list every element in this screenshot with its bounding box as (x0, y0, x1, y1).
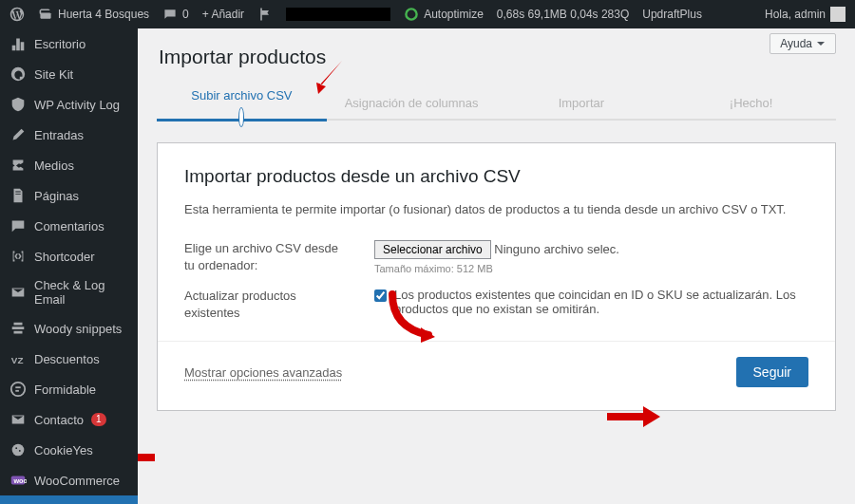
admin-bar: Huerta 4 Bosques 0 + Añadir Autoptimize … (0, 0, 855, 28)
update-description: Los productos existentes que coincidan e… (394, 288, 808, 316)
show-advanced-link[interactable]: Mostrar opciones avanzadas (184, 365, 342, 380)
site-name[interactable]: Huerta 4 Bosques (38, 7, 149, 22)
comments-count[interactable]: 0 (162, 7, 189, 22)
redacted (286, 8, 390, 21)
notification-badge: 1 (91, 413, 106, 426)
file-label: Elige un archivo CSV desde tu ordenador: (184, 240, 346, 274)
sidebar-item-contacto[interactable]: Contacto1 (0, 404, 138, 435)
svg-rect-4 (15, 390, 19, 392)
import-stepper: Subir archivo CSV Asignación de columnas… (157, 87, 836, 125)
chevron-down-icon (816, 39, 826, 48)
svg-text:woo: woo (13, 476, 28, 485)
admin-sidebar: Escritorio Site Kit WP Activity Log Entr… (0, 28, 138, 504)
sidebar-item-activitylog[interactable]: WP Activity Log (0, 89, 138, 120)
file-status: Ninguno archivo selec. (494, 242, 619, 256)
annotation-arrow-sidebar (138, 446, 157, 472)
perf-stats[interactable]: 0,68s 69,1MB 0,04s 283Q (497, 8, 629, 21)
wp-logo[interactable] (10, 7, 25, 22)
sidebar-item-woocommerce[interactable]: wooWooCommerce (0, 465, 138, 495)
avatar (830, 7, 846, 22)
update-label: Actualizar productos existentes (184, 288, 346, 322)
autoptimize[interactable]: Autoptimize (404, 7, 484, 22)
sidebar-item-woody[interactable]: Woody snippets (0, 313, 138, 344)
add-new[interactable]: + Añadir (202, 8, 244, 21)
sidebar-item-descuentos[interactable]: VZDescuentos (0, 344, 138, 374)
page-title: Importar productos (159, 46, 836, 68)
svg-point-7 (19, 450, 21, 452)
sidebar-item-formidable[interactable]: Formidable (0, 374, 138, 404)
import-card: Importar productos desde un archivo CSV … (157, 142, 836, 411)
sidebar-item-comentarios[interactable]: Comentarios (0, 211, 138, 241)
sidebar-item-sitekit[interactable]: Site Kit (0, 59, 138, 89)
svg-point-0 (407, 9, 417, 19)
svg-rect-3 (15, 386, 20, 388)
file-row: Elige un archivo CSV desde tu ordenador:… (184, 240, 808, 274)
select-file-button[interactable]: Seleccionar archivo (374, 240, 491, 259)
card-heading: Importar productos desde un archivo CSV (184, 166, 808, 187)
update-existing-checkbox[interactable] (374, 289, 387, 302)
svg-point-5 (12, 444, 25, 457)
step-columns: Asignación de columnas (327, 96, 497, 118)
flag-icon[interactable] (257, 7, 273, 22)
step-done: ¡Hecho! (666, 96, 836, 118)
update-row: Actualizar productos existentes Los prod… (184, 288, 808, 322)
sidebar-item-cookieyes[interactable]: CookieYes (0, 435, 138, 465)
continue-button[interactable]: Seguir (736, 357, 808, 387)
sidebar-item-productos[interactable]: Productos (0, 495, 138, 504)
svg-point-6 (15, 447, 17, 449)
sidebar-item-shortcoder[interactable]: Shortcoder (0, 241, 138, 271)
step-import: Importar (497, 96, 667, 118)
help-button[interactable]: Ayuda (770, 33, 836, 54)
sidebar-item-paginas[interactable]: Páginas (0, 180, 138, 211)
updraftplus[interactable]: UpdraftPlus (642, 8, 702, 21)
sidebar-item-escritorio[interactable]: Escritorio (0, 28, 138, 59)
sidebar-item-entradas[interactable]: Entradas (0, 120, 138, 150)
main-content: Ayuda Importar productos Subir archivo C… (138, 28, 855, 504)
file-hint: Tamaño máximo: 512 MB (374, 263, 808, 274)
sidebar-item-check-email[interactable]: Check & Log Email (0, 271, 138, 313)
svg-text:VZ: VZ (11, 355, 24, 365)
svg-point-2 (11, 383, 25, 396)
sidebar-item-medios[interactable]: Medios (0, 150, 138, 180)
card-description: Esta herramienta te permite importar (o … (184, 200, 808, 219)
greeting[interactable]: Hola, admin (765, 7, 846, 22)
